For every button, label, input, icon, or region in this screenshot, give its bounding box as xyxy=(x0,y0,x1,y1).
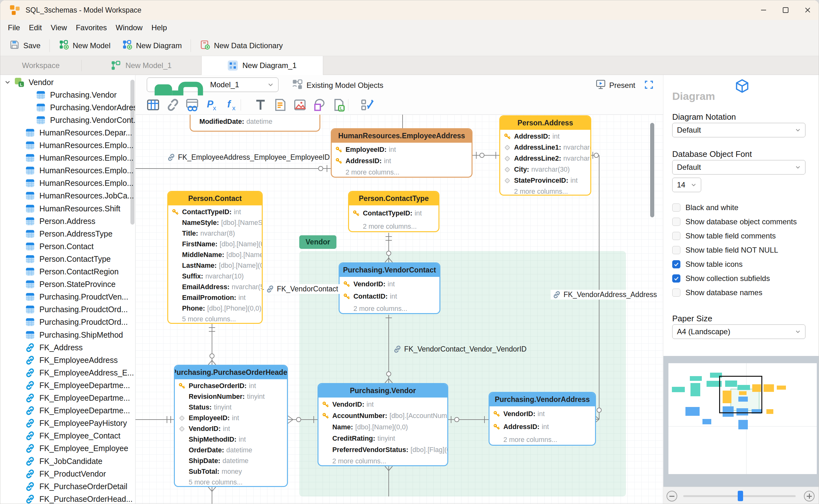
table-header[interactable]: Purchasing.VendorAddress xyxy=(490,393,595,406)
menu-favorites[interactable]: Favorites xyxy=(72,23,112,32)
diagram-notation-select[interactable]: Default xyxy=(672,123,805,137)
database-object-font-select[interactable]: Default xyxy=(672,160,805,175)
sidebar-item-person-contactregion[interactable]: Person.ContactRegion xyxy=(0,266,135,278)
table-field[interactable]: ContactID: int xyxy=(340,290,439,303)
minimize-button[interactable] xyxy=(753,0,775,20)
sidebar-item-person-stateprovince[interactable]: Person.StateProvince xyxy=(0,278,135,291)
function-icon[interactable]: fx xyxy=(224,98,239,112)
relationship-label-fk-vendoraddress-address[interactable]: FK_VendorAddress_Address xyxy=(551,290,659,300)
close-button[interactable] xyxy=(797,0,819,20)
sidebar-item-humanresources-emplo[interactable]: HumanResources.Emplo... xyxy=(0,164,135,177)
checkbox-show-database-object-comments[interactable]: Show database object comments xyxy=(672,215,797,229)
table-field[interactable]: EmployeeID: int xyxy=(175,413,287,423)
table-field[interactable]: VendorID: int xyxy=(318,399,447,410)
table-field[interactable]: EmailAddress: nvarchar(50) xyxy=(168,282,262,292)
sidebar-item-purchasing-vendoradress[interactable]: Purchasing.VendorAdress xyxy=(0,101,135,114)
new-data-dictionary-button[interactable]: New Data Dictionary xyxy=(194,36,289,56)
sidebar-item-person-contact[interactable]: Person.Contact xyxy=(0,240,135,253)
sidebar-item-fk-jobcandidate[interactable]: FK_JobCandidate xyxy=(0,455,135,467)
checkbox-show-table-field-comments[interactable]: Show table field comments xyxy=(672,229,776,243)
sidebar-item-person-addresstype[interactable]: Person.AddressType xyxy=(0,227,135,240)
table-field[interactable]: MiddleName: [dbo].[Name]... xyxy=(168,249,262,260)
sidebar-item-humanresources-emplo[interactable]: HumanResources.Emplo... xyxy=(0,139,135,152)
table-field[interactable]: 2 more columns... xyxy=(318,455,447,466)
diagram-table-person-contact[interactable]: Person.Contact ContactTypeID: int NameSt… xyxy=(167,191,263,324)
table-field[interactable]: Phone: [dbo].[Phone](0,0) xyxy=(168,303,262,314)
sidebar-item-fk-purchaseorderhead[interactable]: FK_PurchaseOrderHead... xyxy=(0,493,135,504)
sidebar-item-fk-address[interactable]: FK_Address xyxy=(0,341,135,354)
table-icon[interactable] xyxy=(146,98,160,112)
sidebar-item-fk-employeedepartme[interactable]: FK_EmployeeDepartme... xyxy=(0,404,135,417)
diagram-table-purchasing-vendoraddress[interactable]: Purchasing.VendorAddress VendorID: int A… xyxy=(489,392,596,446)
table-field[interactable]: City: nvarchar(30) xyxy=(500,164,590,175)
sidebar-item-purchasing-vendorcont[interactable]: Purchasing.VendorCont... xyxy=(0,114,135,126)
table-field[interactable]: AddressID: int xyxy=(500,131,590,142)
sidebar-item-humanresources-emplo[interactable]: HumanResources.Emplo... xyxy=(0,152,135,164)
sidebar-item-humanresources-shift[interactable]: HumanResources.Shift xyxy=(0,202,135,215)
tab-workspace[interactable]: Workspace xyxy=(0,56,81,75)
fullscreen-icon[interactable] xyxy=(644,80,654,90)
table-field[interactable]: 2 more columns... xyxy=(332,167,472,178)
checkbox-box[interactable] xyxy=(672,232,680,240)
table-field[interactable]: EmployeeID: int xyxy=(332,144,472,155)
existing-model-objects-button[interactable]: Existing Model Objects xyxy=(292,79,383,92)
table-field[interactable]: PurchaseOrderID: int xyxy=(175,381,287,391)
checkbox-box[interactable] xyxy=(672,274,680,283)
diagram-table-purchasing-purchaseorderheader[interactable]: Purchasing.PurchaseOrderHeader PurchaseO… xyxy=(174,365,288,487)
sidebar-item-humanresources-emplo[interactable]: HumanResources.Emplo... xyxy=(0,177,135,190)
model-selector[interactable]: Model_1 xyxy=(147,77,278,92)
table-field[interactable]: RevisionNumber: tinyint xyxy=(175,391,287,402)
maximize-button[interactable] xyxy=(775,0,797,20)
table-field[interactable]: StateProvinceID: int xyxy=(500,175,590,186)
checkbox-show-database-names[interactable]: Show database names xyxy=(672,285,762,300)
table-field[interactable]: VendorID: int xyxy=(490,408,595,421)
sidebar-item-purchasing-proudctord[interactable]: Purchasing.ProudctOrd... xyxy=(0,316,135,329)
clipped-table-employee[interactable]: ModifiedDate: datetime xyxy=(190,115,320,132)
menu-window[interactable]: Window xyxy=(111,23,147,32)
table-field[interactable]: 2 more columns... xyxy=(500,186,590,196)
zoom-out-button[interactable] xyxy=(667,491,677,501)
tab-new-diagram[interactable]: New Diagram_1 xyxy=(201,56,323,75)
chevron-down-icon[interactable] xyxy=(4,78,11,86)
table-field[interactable]: AddressLine1: nvarchar(... xyxy=(500,142,590,153)
table-field[interactable]: SubTotal: money xyxy=(175,466,287,477)
table-field[interactable]: ContactTypeID: int xyxy=(168,207,262,217)
table-field[interactable]: AddressLine2: nvarchar(... xyxy=(500,153,590,164)
table-field[interactable]: NameStyle: [dbo].[NameSt... xyxy=(168,217,262,228)
zoom-in-button[interactable] xyxy=(804,491,815,501)
sidebar-item-humanresources-jobca[interactable]: HumanResources.JobCa... xyxy=(0,190,135,202)
relationship-label-fk-vendorcontact[interactable]: FK_VendorContact xyxy=(264,284,340,294)
sidebar-item-fk-employeeaddress[interactable]: FK_EmployeeAddress xyxy=(0,354,135,366)
table-field[interactable]: AddressID: int xyxy=(332,155,472,167)
parameter-icon[interactable]: Px xyxy=(204,98,219,112)
save-button[interactable]: Save xyxy=(3,36,46,56)
table-field[interactable]: AccountNumber: [dbo].[AccountNumber]... xyxy=(318,410,447,421)
table-header[interactable]: Person.ContactType xyxy=(349,192,438,205)
tab-new-model[interactable]: New Model_1 xyxy=(81,56,201,75)
image-icon[interactable] xyxy=(293,98,307,112)
table-field[interactable]: Name: [dbo].[Name](0,0) xyxy=(318,421,447,433)
present-button[interactable]: Present xyxy=(595,79,635,92)
table-field[interactable]: 2 more columns... xyxy=(349,220,438,232)
sidebar-item-person-address[interactable]: Person.Address xyxy=(0,215,135,227)
checkbox-box[interactable] xyxy=(672,289,680,297)
checkbox-box[interactable] xyxy=(672,260,680,268)
sidebar-item-vendor[interactable]: LVendor xyxy=(0,76,135,89)
sidebar-item-fk-employee-employee[interactable]: FK_Employee_Employee xyxy=(0,442,135,455)
table-header[interactable]: Purchasing.PurchaseOrderHeader xyxy=(175,366,287,379)
table-field[interactable]: Title: nvarchar(8) xyxy=(168,228,262,239)
table-field[interactable]: Status: tinyint xyxy=(175,402,287,413)
auto-layout-icon[interactable] xyxy=(360,98,375,112)
menu-file[interactable]: File xyxy=(3,23,25,32)
sidebar-item-purchasing-vendor[interactable]: Purchasing.Vendor xyxy=(0,89,135,101)
table-field[interactable]: OrderDate: datetime xyxy=(175,445,287,455)
font-size-select[interactable]: 14 xyxy=(672,178,701,192)
table-field[interactable]: VendorID: int xyxy=(340,278,439,290)
table-header[interactable]: Person.Address xyxy=(500,116,590,130)
note-icon[interactable] xyxy=(273,98,287,112)
table-field[interactable]: ShipDate: datetime xyxy=(175,455,287,466)
canvas-scrollbar[interactable] xyxy=(650,123,654,217)
sidebar-item-purchasing-proudctord[interactable]: Purchasing.ProudctOrd... xyxy=(0,303,135,316)
view-icon[interactable] xyxy=(185,98,199,112)
relationship-label-fk-vendorcontact-vendor-vendorid[interactable]: FK_VendorContact_Vendor_VendorID xyxy=(393,345,527,353)
